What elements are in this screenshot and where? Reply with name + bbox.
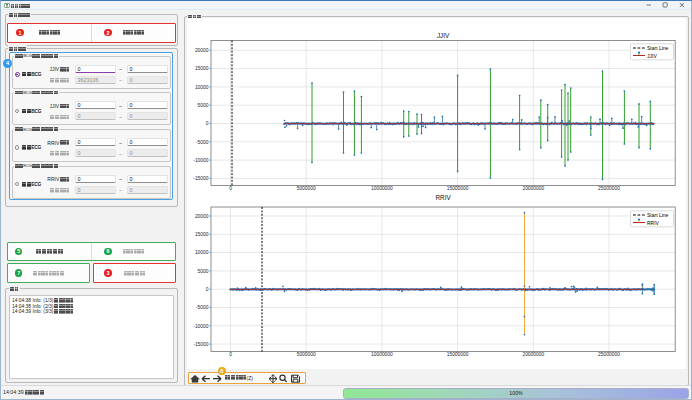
svg-text:-5000: -5000 [196, 305, 209, 310]
svg-text:5000: 5000 [198, 103, 209, 108]
svg-text:-15000: -15000 [193, 176, 209, 181]
svg-text:JJIV: JJIV [647, 53, 657, 59]
svg-text:15000: 15000 [195, 66, 209, 71]
svg-text:-10000: -10000 [193, 324, 209, 329]
svg-text:15000: 15000 [195, 232, 209, 237]
svg-text:10000: 10000 [195, 250, 209, 255]
svg-text:0: 0 [206, 287, 209, 292]
svg-text:5000: 5000 [198, 269, 209, 274]
svg-text:-5000: -5000 [196, 140, 209, 145]
svg-text:Start Line: Start Line [647, 212, 669, 218]
svg-text:-15000: -15000 [193, 342, 209, 347]
svg-text:Start Line: Start Line [647, 45, 669, 51]
svg-text:RRIV: RRIV [435, 194, 451, 201]
svg-text:20000: 20000 [195, 48, 209, 53]
svg-text:JJIV: JJIV [437, 32, 450, 39]
svg-text:20000: 20000 [195, 214, 209, 219]
svg-text:0: 0 [206, 121, 209, 126]
svg-text:-10000: -10000 [193, 158, 209, 163]
svg-text:RRIV: RRIV [647, 220, 660, 226]
svg-text:10000: 10000 [195, 85, 209, 90]
